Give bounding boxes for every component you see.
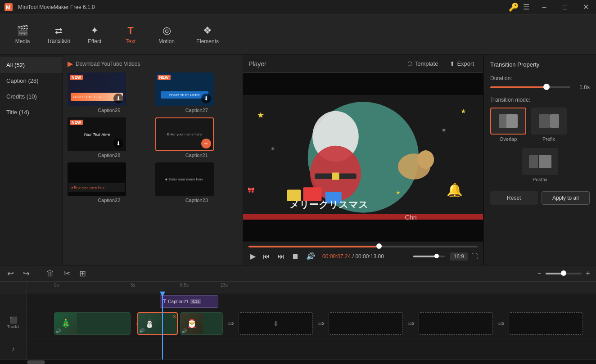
title-icon-area: 🔑 ☰	[509, 2, 534, 12]
postfix-mode-card[interactable]	[522, 148, 558, 175]
arrow-icon-5: ⇒	[498, 319, 505, 328]
timeline-content[interactable]: 0s 5s 8.5s 13s T Caption21 4.3s	[27, 282, 596, 360]
tl-separator-1	[38, 269, 38, 278]
time-current: 00:00:07.24	[322, 253, 351, 260]
toolbar-elements[interactable]: ❖ Elements	[190, 17, 226, 53]
add-button[interactable]: +	[201, 139, 211, 148]
template-icon: ⬡	[407, 60, 412, 67]
zoom-thumb[interactable]	[561, 270, 566, 276]
overlap-mode-card[interactable]	[490, 108, 526, 135]
stop-button[interactable]: ⏹	[290, 252, 301, 261]
drop-zone-3[interactable]	[419, 312, 493, 335]
svg-text:メリークリスマス: メリークリスマス	[289, 199, 368, 210]
player-section: Player ⬡ Template ⬆ Export	[243, 55, 483, 265]
prefix-mode-card[interactable]	[531, 108, 567, 135]
drop-zone-4[interactable]	[509, 312, 583, 335]
caption26-thumb[interactable]: NEW YOUR TEXT HERE ⬇	[68, 72, 126, 106]
export-button[interactable]: ⬆ Export	[446, 58, 478, 69]
transition-arrow-3[interactable]: ⇒	[314, 312, 328, 335]
ruler-mark-13s: 13s	[221, 283, 228, 288]
zoom-out-button[interactable]: －	[536, 269, 543, 278]
timeline-body: ⬛ Track1 ♪ 0s 5s 8.5s 13s	[0, 282, 596, 360]
volume-button[interactable]: 🔊	[304, 251, 317, 261]
toolbar-transition[interactable]: ⇄ Transition	[41, 17, 77, 53]
duration-slider[interactable]	[490, 86, 570, 88]
sidebar-item-all[interactable]: All (52)	[0, 57, 63, 73]
video-clip-1[interactable]: 🎄 🔊	[54, 312, 131, 335]
playhead	[162, 293, 163, 360]
toolbar-text[interactable]: T Text	[113, 17, 149, 53]
drop-zone-2[interactable]	[329, 312, 403, 335]
prev-button[interactable]: ⏮	[261, 252, 272, 261]
timeline-ruler: 0s 5s 8.5s 13s	[27, 282, 596, 293]
redo-button[interactable]: ↪	[20, 268, 32, 279]
video-clip-2[interactable]: ⛄ 🔊 ✕	[137, 312, 178, 335]
sidebar-item-title[interactable]: Title (14)	[0, 104, 63, 120]
transition-arrow-2[interactable]: ⇒	[224, 312, 237, 335]
download-bar[interactable]: ▶ Download YouTube Videos	[68, 59, 238, 68]
undo-button[interactable]: ↩	[5, 268, 17, 279]
mode-options: Overlap Prefix	[490, 108, 590, 142]
effect-icon: ✦	[90, 25, 99, 36]
volume-thumb[interactable]	[434, 254, 439, 258]
minimize-button[interactable]: –	[534, 0, 555, 14]
app-title: MiniTool MovieMaker Free 6.1.0	[18, 4, 509, 10]
fullscreen-button[interactable]: ⛶	[471, 253, 478, 260]
close-button[interactable]: ✕	[575, 0, 596, 14]
progress-bar[interactable]	[248, 246, 478, 247]
scrollbar-thumb[interactable]	[27, 360, 45, 364]
caption22-thumb[interactable]: ● Enter your name here	[68, 162, 126, 196]
caption-clip[interactable]: T Caption21 4.3s	[160, 295, 218, 308]
player-controls: ▶ ⏮ ⏭ ⏹ 🔊 00:00:07.24 / 00:00:13.00 16:9…	[243, 242, 483, 265]
list-item[interactable]: NEW ⬇ Your Text Here Caption28	[68, 117, 151, 158]
svg-text:🔔: 🔔	[447, 182, 463, 198]
sidebar-item-credits[interactable]: Credits (10)	[0, 89, 63, 104]
split-button[interactable]: ⊞	[77, 268, 89, 279]
download-button[interactable]: ⬇	[201, 94, 211, 103]
list-item[interactable]: ● Enter your name here Caption22	[68, 162, 151, 203]
progress-thumb[interactable]	[376, 243, 382, 249]
key-icon[interactable]: 🔑	[509, 2, 519, 12]
menu-icon[interactable]: ☰	[523, 3, 529, 11]
list-item[interactable]: Enter your name here + Caption21	[155, 117, 239, 158]
track1-icon: ⬛	[9, 316, 17, 324]
prefix-visual	[535, 113, 562, 129]
caption23-thumb[interactable]: ■ Enter your name here	[155, 162, 214, 196]
download-button[interactable]: ⬇	[113, 139, 123, 148]
toolbar-motion[interactable]: ◎ Motion	[149, 17, 185, 53]
transition-arrow-4[interactable]: ⇒	[404, 312, 418, 335]
toolbar-media[interactable]: 🎬 Media	[5, 17, 41, 53]
volume-slider[interactable]	[413, 256, 445, 257]
toolbar-divider	[187, 23, 187, 46]
download-label: Download YouTube Videos	[76, 61, 140, 67]
play-button[interactable]: ▶	[248, 251, 257, 261]
sidebar-item-caption[interactable]: Caption (28)	[0, 73, 63, 89]
drop-zone-1[interactable]: ⬇	[239, 312, 313, 335]
media-icon: 🎬	[17, 25, 29, 36]
transition-arrow-5[interactable]: ⇒	[494, 312, 508, 335]
caption28-thumb[interactable]: NEW ⬇ Your Text Here	[68, 117, 126, 151]
next-button[interactable]: ⏭	[275, 252, 286, 261]
caption27-thumb[interactable]: NEW YOUR TEXT HERE ⬇	[155, 72, 214, 106]
reset-button[interactable]: Reset	[490, 191, 538, 205]
list-item[interactable]: ■ Enter your name here Caption23	[155, 162, 239, 203]
list-item[interactable]: NEW YOUR TEXT HERE ⬇ Caption27	[155, 72, 239, 113]
apply-to-all-button[interactable]: Apply to all	[542, 191, 590, 205]
time-display: 00:00:07.24 / 00:00:13.00	[322, 253, 384, 260]
template-button[interactable]: ⬡ Template	[404, 58, 442, 69]
delete-button[interactable]: 🗑	[44, 268, 57, 279]
cut-button[interactable]: ✂	[61, 268, 73, 279]
video-clip-3[interactable]: 🎅 🔊	[180, 312, 223, 335]
volume-control: 16:9 ⛶	[413, 252, 478, 261]
caption23-text: ■ Enter your name here	[165, 177, 203, 181]
caption21-thumb[interactable]: Enter your name here +	[155, 117, 214, 151]
duration-thumb[interactable]	[543, 84, 550, 90]
toolbar-effect[interactable]: ✦ Effect	[77, 17, 113, 53]
download-button[interactable]: ⬇	[113, 94, 123, 103]
maximize-button[interactable]: □	[555, 0, 575, 14]
aspect-ratio-button[interactable]: 16:9	[450, 252, 468, 261]
timeline-scrollbar[interactable]	[0, 360, 596, 364]
list-item[interactable]: NEW YOUR TEXT HERE ⬇ Caption26	[68, 72, 151, 113]
zoom-in-button[interactable]: ＋	[584, 269, 591, 278]
zoom-slider[interactable]	[546, 273, 582, 274]
